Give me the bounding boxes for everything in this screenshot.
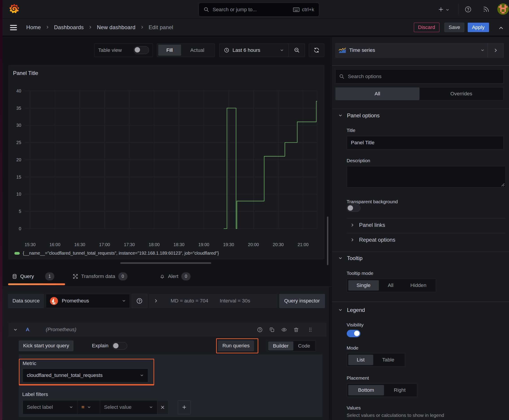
breadcrumb: Home Dashboards New dashboard Edit panel <box>26 19 173 36</box>
chevron-right-icon <box>88 25 92 29</box>
clock-icon <box>224 47 230 53</box>
remove-filter-button[interactable] <box>157 400 168 414</box>
panel-links-header[interactable]: Panel links <box>350 222 385 228</box>
chevron-down-icon <box>122 299 126 303</box>
tooltip-single[interactable]: Single <box>348 280 379 291</box>
drag-handle-icon[interactable] <box>307 327 313 333</box>
chevron-right-icon <box>154 299 158 303</box>
zoom-out-button[interactable] <box>289 44 305 57</box>
query-section: Data source Prometheus MD = auto = 704 I… <box>3 287 329 420</box>
chevron-right-icon <box>140 25 144 29</box>
kick-start-button[interactable]: Kick start your query <box>19 341 73 351</box>
query-datasource-name: (Prometheus) <box>46 327 76 332</box>
visibility-toggle[interactable] <box>347 330 361 337</box>
discard-button[interactable]: Discard <box>414 23 440 32</box>
time-range-label: Last 6 hours <box>233 47 260 53</box>
svg-text:30: 30 <box>16 123 21 128</box>
mode-table[interactable]: Table <box>373 355 403 365</box>
duplicate-icon[interactable] <box>269 327 275 333</box>
save-button[interactable]: Save <box>444 23 464 32</box>
collapse-chevron-up-icon[interactable] <box>498 25 504 31</box>
explain-control: Explain <box>92 341 128 351</box>
query-row-header[interactable]: A (Prometheus) <box>8 323 327 337</box>
breadcrumb-home[interactable]: Home <box>26 24 41 30</box>
tab-overrides[interactable]: Overrides <box>419 88 503 100</box>
tooltip-header[interactable]: Tooltip <box>338 255 363 261</box>
add-chevron-down-icon[interactable] <box>446 8 449 12</box>
query-interval: Interval = 30s <box>220 298 250 304</box>
add-icon[interactable] <box>438 7 444 12</box>
query-options-row[interactable]: MD = auto = 704 Interval = 30s <box>149 294 277 308</box>
tab-transform[interactable]: Transform data 0 <box>73 271 128 281</box>
operator-select[interactable]: = <box>77 400 100 414</box>
placement-bottom[interactable]: Bottom <box>348 385 384 395</box>
chevron-down-icon <box>338 113 343 118</box>
breadcrumb-new-dashboard[interactable]: New dashboard <box>97 24 136 30</box>
tooltip-all[interactable]: All <box>379 280 403 291</box>
apply-button[interactable]: Apply <box>468 23 489 32</box>
legend-header[interactable]: Legend <box>338 307 365 313</box>
svg-text:25: 25 <box>16 140 21 145</box>
top-nav-bar: Search or jump to... ctrl+k <box>2 0 509 19</box>
user-avatar[interactable] <box>497 3 509 15</box>
code-option[interactable]: Code <box>293 341 315 351</box>
table-view-control[interactable]: Table view <box>94 44 153 57</box>
search-icon <box>339 74 344 79</box>
options-pane: Time series Search options All Overrides… <box>332 37 509 420</box>
tab-query-badge: 1 <box>45 272 54 280</box>
grafana-logo-icon[interactable] <box>8 3 20 15</box>
mode-list[interactable]: List <box>348 355 373 365</box>
tab-query[interactable]: Query 1 <box>12 271 54 281</box>
help-icon[interactable] <box>464 6 472 13</box>
tooltip-hidden[interactable]: Hidden <box>403 280 434 291</box>
panel-options-header[interactable]: Panel options <box>338 112 380 119</box>
trash-icon[interactable] <box>293 327 299 333</box>
query-ref-id: A <box>26 327 29 332</box>
legend-series-label[interactable]: {__name__="cloudflared_tunnel_total_requ… <box>23 251 219 256</box>
label-select[interactable]: Select label <box>23 400 78 414</box>
builder-option[interactable]: Builder <box>268 341 293 351</box>
refresh-button[interactable] <box>309 44 324 57</box>
apply-label: Apply <box>472 24 485 30</box>
options-search-input[interactable]: Search options <box>335 69 504 83</box>
viz-suggestions-button[interactable] <box>488 43 503 57</box>
tab-alert-label: Alert <box>168 273 178 279</box>
chevron-down-icon <box>338 308 343 312</box>
svg-text:0: 0 <box>19 226 21 231</box>
search-input[interactable]: Search or jump to... ctrl+k <box>199 3 319 17</box>
visualization-picker[interactable]: Time series <box>335 43 504 58</box>
news-rss-icon[interactable] <box>483 6 490 13</box>
tab-transform-label: Transform data <box>81 273 115 279</box>
description-textarea[interactable] <box>347 166 506 188</box>
actual-option[interactable]: Actual <box>181 45 214 56</box>
datasource-help-button[interactable] <box>131 294 147 308</box>
tab-all[interactable]: All <box>335 88 419 100</box>
repeat-options-header[interactable]: Repeat options <box>350 237 395 243</box>
menu-icon[interactable] <box>9 24 17 31</box>
breadcrumb-dashboards[interactable]: Dashboards <box>54 24 84 30</box>
svg-text:19:00: 19:00 <box>198 242 209 247</box>
query-inspector-button[interactable]: Query inspector <box>279 294 325 308</box>
resize-handle[interactable] <box>120 262 211 264</box>
disable-eye-icon[interactable] <box>281 327 287 333</box>
legend-swatch[interactable] <box>14 252 20 255</box>
title-input[interactable]: Panel Title <box>347 136 504 150</box>
fill-actual-switch: Fill Actual <box>157 44 215 57</box>
chevron-down-icon <box>69 405 73 409</box>
time-range-picker[interactable]: Last 6 hours <box>220 44 289 57</box>
chevron-down-icon <box>13 328 18 332</box>
svg-text:20: 20 <box>16 157 21 162</box>
datasource-picker[interactable]: Prometheus <box>46 294 130 308</box>
placement-right[interactable]: Right <box>384 385 416 395</box>
viz-name: Time series <box>349 47 375 53</box>
metric-annotation <box>19 359 154 385</box>
help-icon[interactable] <box>257 327 263 333</box>
fill-option[interactable]: Fill <box>158 45 181 56</box>
scrollbar-thumb[interactable] <box>327 217 328 265</box>
tab-alert[interactable]: Alert 0 <box>160 271 190 281</box>
explain-toggle[interactable] <box>112 342 128 350</box>
value-select[interactable]: Select value <box>100 400 157 414</box>
add-filter-button[interactable] <box>178 400 190 414</box>
transparent-bg-toggle[interactable] <box>347 204 361 212</box>
table-view-toggle[interactable] <box>134 46 149 54</box>
